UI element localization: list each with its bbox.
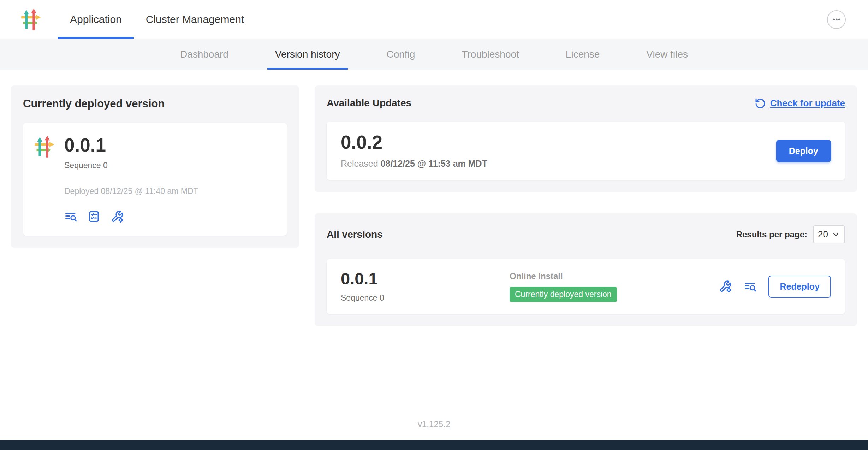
results-per-page-select[interactable]: 20 <box>813 225 845 243</box>
version-row-status: Online Install Currently deployed versio… <box>510 271 617 302</box>
updates-column: Available Updates Check for update 0.0.2… <box>315 85 857 326</box>
row-version-number: 0.0.1 <box>341 270 510 287</box>
update-version-number: 0.0.2 <box>341 133 487 152</box>
preflight-checks-button[interactable] <box>88 210 100 223</box>
wrench-gear-icon <box>719 280 732 293</box>
all-versions-header: All versions Results per page: 20 <box>327 225 845 243</box>
redeploy-button[interactable]: Redeploy <box>768 276 831 298</box>
bottom-bar <box>0 440 868 450</box>
update-details: 0.0.2 Released 08/12/25 @ 11:53 am MDT <box>341 133 487 169</box>
tab-application[interactable]: Application <box>58 0 134 39</box>
deployed-version-number: 0.0.1 <box>64 136 198 154</box>
results-per-page: Results per page: 20 <box>736 225 845 243</box>
subnav-version-history[interactable]: Version history <box>267 39 348 70</box>
logs-icon <box>64 210 77 223</box>
check-for-update-link[interactable]: Check for update <box>755 97 845 109</box>
tab-cluster-management[interactable]: Cluster Management <box>134 0 256 39</box>
main-content: Currently deployed version 0.0.1 <box>0 70 868 408</box>
released-label: Released <box>341 159 378 168</box>
results-per-page-value: 20 <box>818 229 828 240</box>
install-type-label: Online Install <box>510 271 617 281</box>
available-updates-title: Available Updates <box>327 97 411 109</box>
top-nav: Application Cluster Management <box>0 0 868 39</box>
subnav-dashboard[interactable]: Dashboard <box>172 39 236 70</box>
app-logo-icon <box>19 8 42 31</box>
app-page: Application Cluster Management Dashboard… <box>0 0 868 450</box>
available-updates-header: Available Updates Check for update <box>327 97 845 109</box>
available-updates-card: Available Updates Check for update 0.0.2… <box>315 85 857 192</box>
deploy-button[interactable]: Deploy <box>776 140 831 162</box>
ellipsis-icon <box>831 14 842 25</box>
subnav-view-files[interactable]: View files <box>638 39 696 70</box>
all-versions-card: All versions Results per page: 20 0.0 <box>315 213 857 326</box>
version-row-actions: Redeploy <box>719 276 831 298</box>
chevron-down-icon <box>832 230 840 239</box>
subnav-config[interactable]: Config <box>379 39 423 70</box>
version-row: 0.0.1 Sequence 0 Online Install Currentl… <box>327 259 845 314</box>
row-edit-config-button[interactable] <box>719 280 732 293</box>
app-logo-icon <box>33 136 55 158</box>
row-sequence: Sequence 0 <box>341 293 510 303</box>
deployed-sequence: Sequence 0 <box>64 161 198 170</box>
results-per-page-label: Results per page: <box>736 230 807 239</box>
app-logo <box>19 0 42 39</box>
deployed-actions <box>64 210 198 223</box>
row-view-logs-button[interactable] <box>744 280 756 293</box>
more-options-button[interactable] <box>827 10 846 29</box>
update-released-line: Released 08/12/25 @ 11:53 am MDT <box>341 159 487 169</box>
wrench-gear-icon <box>111 210 124 223</box>
subnav-license[interactable]: License <box>558 39 608 70</box>
console-version-footer: v1.125.2 <box>0 408 868 440</box>
released-timestamp: 08/12/25 @ 11:53 am MDT <box>381 159 487 168</box>
view-logs-button[interactable] <box>64 210 77 223</box>
checklist-icon <box>88 210 100 223</box>
currently-deployed-card: Currently deployed version 0.0.1 <box>11 85 299 248</box>
deployed-column: Currently deployed version 0.0.1 <box>11 85 299 248</box>
all-versions-title: All versions <box>327 229 383 240</box>
version-row-details: 0.0.1 Sequence 0 <box>341 270 510 303</box>
top-tabs: Application Cluster Management <box>58 0 256 39</box>
deployed-version-details: 0.0.1 Sequence 0 Deployed 08/12/25 @ 11:… <box>64 136 198 223</box>
logs-icon <box>744 280 756 293</box>
deployed-version-panel: 0.0.1 Sequence 0 Deployed 08/12/25 @ 11:… <box>23 123 287 236</box>
deployed-timestamp: Deployed 08/12/25 @ 11:40 am MDT <box>64 186 198 196</box>
currently-deployed-badge: Currently deployed version <box>510 287 617 302</box>
console-version: v1.125.2 <box>418 419 450 429</box>
refresh-icon <box>755 97 766 109</box>
check-for-update-label: Check for update <box>770 98 845 109</box>
app-sub-nav: Dashboard Version history Config Trouble… <box>0 39 868 70</box>
edit-config-button[interactable] <box>111 210 124 223</box>
update-row: 0.0.2 Released 08/12/25 @ 11:53 am MDT D… <box>327 122 845 180</box>
subnav-troubleshoot[interactable]: Troubleshoot <box>454 39 527 70</box>
deployed-card-title: Currently deployed version <box>23 97 287 110</box>
